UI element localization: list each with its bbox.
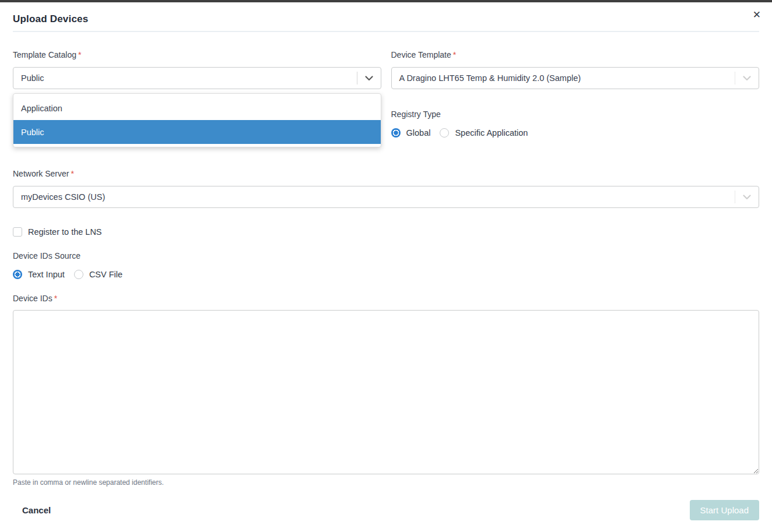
- device-ids-source-text-input-option[interactable]: Text Input: [13, 270, 65, 279]
- dropdown-option-public[interactable]: Public: [13, 120, 381, 144]
- start-upload-button[interactable]: Start Upload: [690, 500, 759, 520]
- radio-label: Text Input: [28, 270, 65, 279]
- radio-label: CSV File: [89, 270, 122, 279]
- template-catalog-value: Public: [13, 73, 357, 83]
- network-server-label: Network Server*: [13, 169, 759, 178]
- page-title: Upload Devices: [13, 13, 759, 25]
- radio-label: Specific Application: [455, 128, 528, 138]
- device-ids-label: Device IDs*: [13, 294, 759, 303]
- network-server-section: Network Server* myDevices CSIO (US): [13, 169, 759, 208]
- header-divider: [13, 31, 759, 32]
- required-marker: *: [453, 50, 456, 59]
- template-catalog-label: Template Catalog*: [13, 50, 381, 59]
- device-template-toggle: [735, 68, 759, 89]
- device-ids-help-text: Paste in comma or newline separated iden…: [13, 478, 759, 487]
- network-server-value: myDevices CSIO (US): [13, 192, 735, 202]
- checkbox-unchecked-icon[interactable]: [13, 227, 22, 237]
- chevron-down-icon: [365, 76, 373, 81]
- network-server-toggle: [735, 186, 759, 207]
- template-catalog-label-text: Template Catalog: [13, 50, 76, 59]
- template-catalog-select[interactable]: Public: [13, 67, 381, 89]
- registry-type-specific-application-option[interactable]: Specific Application: [440, 128, 528, 138]
- template-catalog-toggle[interactable]: [357, 68, 381, 89]
- device-ids-source-label: Device IDs Source: [13, 251, 759, 260]
- template-catalog-dropdown: Application Public: [13, 93, 381, 147]
- network-server-select: myDevices CSIO (US): [13, 186, 759, 208]
- device-template-select: A Dragino LHT65 Temp & Humidity 2.0 (Sam…: [391, 67, 760, 89]
- close-icon[interactable]: ✕: [753, 10, 761, 20]
- device-template-label: Device Template*: [391, 50, 760, 59]
- checkbox-label: Register to the LNS: [28, 227, 102, 237]
- network-server-label-text: Network Server: [13, 169, 69, 178]
- template-catalog-column: Template Catalog* Public Application Pub…: [13, 50, 381, 138]
- registry-type-options: Global Specific Application: [391, 128, 760, 138]
- device-template-column: Device Template* A Dragino LHT65 Temp & …: [391, 50, 760, 138]
- register-lns-section: Register to the LNS: [13, 227, 759, 237]
- radio-unselected-icon[interactable]: [74, 270, 83, 279]
- registry-type-label: Registry Type: [391, 110, 760, 119]
- required-marker: *: [54, 294, 57, 303]
- chevron-down-icon: [743, 76, 751, 81]
- device-ids-label-text: Device IDs: [13, 294, 52, 303]
- required-marker: *: [71, 169, 73, 178]
- upload-devices-modal: Upload Devices ✕ Template Catalog* Publi…: [0, 2, 772, 532]
- device-ids-textarea[interactable]: [13, 310, 759, 474]
- chevron-down-icon: [743, 195, 751, 200]
- registry-type-global-option[interactable]: Global: [391, 128, 431, 138]
- radio-label: Global: [406, 128, 431, 138]
- radio-unselected-icon[interactable]: [440, 128, 449, 138]
- required-marker: *: [78, 50, 81, 59]
- form-row-1: Template Catalog* Public Application Pub…: [13, 50, 759, 138]
- modal-footer: Cancel Start Upload: [13, 500, 759, 520]
- device-ids-section: Device IDs* Paste in comma or newline se…: [13, 294, 759, 487]
- device-ids-source-section: Device IDs Source Text Input CSV File: [13, 251, 759, 279]
- dropdown-option-application[interactable]: Application: [13, 96, 381, 120]
- device-template-label-text: Device Template: [391, 50, 451, 59]
- device-ids-source-csv-file-option[interactable]: CSV File: [74, 270, 122, 279]
- register-lns-option[interactable]: Register to the LNS: [13, 227, 759, 237]
- radio-selected-icon[interactable]: [13, 270, 22, 279]
- device-template-value: A Dragino LHT65 Temp & Humidity 2.0 (Sam…: [392, 73, 735, 83]
- radio-selected-icon[interactable]: [391, 128, 401, 138]
- cancel-button[interactable]: Cancel: [22, 505, 51, 515]
- device-ids-source-options: Text Input CSV File: [13, 270, 759, 279]
